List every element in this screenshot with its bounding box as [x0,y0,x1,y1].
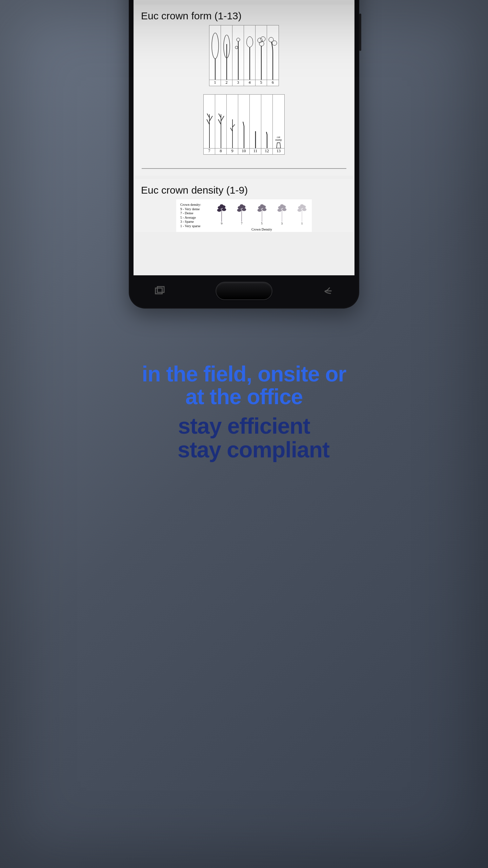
svg-point-9 [261,37,265,41]
svg-point-35 [278,209,282,212]
field-label: Euc crown form (1-13) [141,10,347,22]
home-button[interactable] [216,282,272,300]
chart-caption: Crown Density [216,228,308,231]
text-input-underline[interactable] [142,168,346,169]
marketing-line: at the office [185,384,303,409]
phone-mockup: Snag height (M) Euc crown form (1-13) [129,0,359,309]
svg-point-29 [258,209,262,212]
svg-point-19 [220,204,223,206]
field-label: Euc crown density (1-9) [141,184,347,196]
form-card-crown-form: Euc crown form (1-13) 123456 789101112cu… [135,5,353,176]
marketing-line: stay efficient [142,414,346,438]
reference-image-crown-form: 123456 789101112cut stump13 [141,25,347,155]
svg-point-24 [242,208,246,211]
form-card-snag-height: Snag height (M) [135,0,353,1]
svg-point-31 [260,204,264,206]
back-icon[interactable] [321,283,337,299]
svg-point-41 [298,209,302,212]
svg-point-17 [217,209,221,212]
phone-screen: Snag height (M) Euc crown form (1-13) [134,0,354,275]
svg-point-43 [300,204,304,206]
svg-point-37 [280,204,284,206]
svg-rect-45 [157,287,164,292]
legend-heading: Crown density: [180,203,212,207]
phone-frame: Snag height (M) Euc crown form (1-13) [129,0,359,309]
svg-point-36 [282,208,286,211]
recent-apps-icon[interactable] [151,283,167,299]
reference-image-crown-density: Crown density: 9 - Very dense7 - Dense5 … [176,199,312,232]
svg-point-30 [262,208,266,211]
svg-point-18 [222,208,226,211]
svg-point-5 [235,46,238,49]
svg-point-23 [237,209,241,212]
marketing-text: in the field, onsite or at the office st… [142,363,346,461]
svg-point-13 [272,41,277,45]
marketing-line: in the field, onsite or [142,362,346,386]
svg-point-42 [302,208,306,211]
svg-point-25 [240,204,243,206]
svg-point-4 [237,38,240,41]
svg-rect-44 [156,288,162,294]
marketing-line: stay compliant [142,438,346,461]
form-card-crown-density: Euc crown density (1-9) Crown density: 9… [135,179,353,232]
phone-nav-bar [131,275,357,307]
svg-point-0 [212,33,219,59]
